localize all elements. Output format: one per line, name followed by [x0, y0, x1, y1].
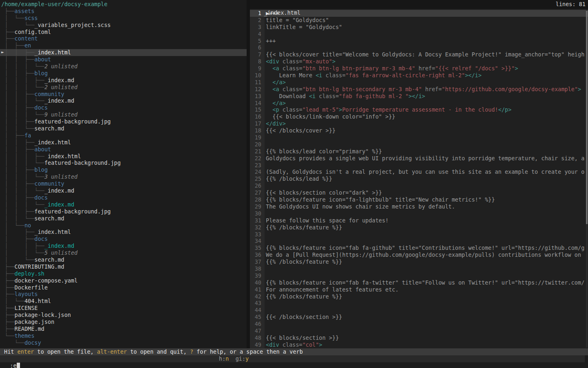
line-number: 25 — [250, 175, 265, 182]
code-line: 43 — [250, 300, 588, 307]
code-line: 31Please follow this space for updates! — [250, 217, 588, 224]
tree-row[interactable]: │ │ │ ├──_index.md — [0, 77, 247, 84]
preview-header: _index.html lines: 81 — [250, 0, 588, 9]
line-number: 26 — [250, 182, 265, 189]
tree-entry-name: 404.html — [24, 298, 51, 304]
tree-row[interactable]: │ │ ├──_index.html — [0, 139, 247, 146]
tree-entry-name: docsy — [24, 339, 41, 346]
line-number: 44 — [250, 307, 265, 314]
line-number: 31 — [250, 217, 265, 224]
tree-row[interactable]: │ │ │ └──2 unlisted — [0, 63, 247, 70]
preview-pane: _index.html lines: 81 1▶+++2title = "Gol… — [250, 0, 588, 348]
tree-row[interactable]: │ │ │ └──featured-background.jpg — [0, 159, 247, 166]
root-path: /home/example-user/docsy-example — [0, 1, 247, 8]
tree-entry-name: search.md — [34, 256, 64, 263]
tree-row[interactable]: │ │ ├──_index.md — [0, 242, 247, 249]
tree-row[interactable]: │ │ │ ├──_index.html — [0, 153, 247, 160]
tree-row[interactable]: │ ├──en — [0, 42, 247, 49]
code-line: 47 — [250, 328, 588, 334]
line-content — [265, 182, 588, 189]
line-content: <div class="mx-auto"> — [265, 58, 588, 65]
code-line: 45{{< /blocks/section >}} — [250, 314, 588, 321]
tree-entry-name: _index.md — [45, 77, 74, 83]
line-number: 34 — [250, 238, 265, 245]
preview-filename: _index.html — [264, 9, 301, 16]
tree-row[interactable]: │ │ │ └──_index.md — [0, 187, 247, 194]
tree-row[interactable]: ├──CONTRIBUTING.md — [0, 263, 247, 270]
tree-row[interactable]: └──themes — [0, 332, 247, 339]
tree-row[interactable]: │ ├──docs — [0, 236, 247, 242]
code-line: 8<div class="mx-auto"> — [250, 58, 588, 65]
tree-entry-name: README.md — [15, 325, 45, 332]
scrollbar-thumb[interactable] — [586, 11, 588, 224]
tree-row[interactable]: │ │ │ └──_index.md — [0, 201, 247, 208]
code-line: 29The Goldydocs UI now shows chair size … — [250, 203, 588, 210]
tree-row[interactable]: │ │ ├──featured-background.jpg — [0, 118, 247, 125]
line-number: 30 — [250, 210, 265, 217]
tree-row[interactable]: ├──LICENSE — [0, 305, 247, 312]
code-line: 38 — [250, 265, 588, 272]
line-content: {{< /blocks/section >}} — [265, 314, 588, 321]
tree-branch-lines: │ │ │ ├── — [1, 153, 45, 159]
tree-row[interactable]: ├──assets — [0, 8, 247, 15]
line-number: 48 — [250, 334, 265, 341]
code-line: 39 — [250, 272, 588, 279]
tree-row[interactable]: ├──README.md — [0, 325, 247, 332]
tree-row[interactable]: │ │ ├──featured-background.jpg — [0, 208, 247, 215]
tree-row[interactable]: │ │ ├──docs — [0, 194, 247, 201]
tree-branch-lines: │ │ ├── — [1, 49, 34, 56]
tree-entry-name: featured-background.jpg — [34, 118, 111, 125]
tree-row[interactable]: │ │ └──search.md — [0, 125, 247, 132]
tree-row[interactable]: │ │ ├──community — [0, 180, 247, 187]
tree-branch-lines: │ │ ├── — [1, 166, 34, 173]
line-number: 39 — [250, 272, 265, 279]
code-line: 11 </a> — [250, 79, 588, 86]
tree-row[interactable]: │ │ │ └──_index.md — [0, 97, 247, 104]
tree-row[interactable]: ├──layouts — [0, 291, 247, 298]
verb-input[interactable]: :e — [7, 362, 20, 368]
tree-row[interactable]: │ └──no — [0, 222, 247, 229]
preview-scrollbar[interactable] — [586, 10, 588, 348]
tree-row[interactable]: └──docsy — [0, 339, 247, 346]
tree-row[interactable]: ├──package-lock.json — [0, 312, 247, 319]
tree-row[interactable]: │ │ ├──blog — [0, 70, 247, 77]
line-number: 20 — [250, 141, 265, 148]
tree-row[interactable]: │ │ │ └──2 unlisted — [0, 84, 247, 91]
tree-row[interactable]: │ └──_variables_project.scss — [0, 22, 247, 29]
code-line: 20 — [250, 141, 588, 148]
tree-row[interactable]: │ │ ├──docs — [0, 104, 247, 111]
tree-row[interactable]: │ │ │ └──9 unlisted — [0, 111, 247, 118]
tree-row[interactable]: │ │ ├──about — [0, 146, 247, 153]
tree-row[interactable]: │ │ ├──blog — [0, 166, 247, 173]
code-line: 15 <p class="lead mt-5">Porridge tempera… — [250, 106, 588, 113]
tree-row[interactable]: │ └──404.html — [0, 298, 247, 305]
line-number: 19 — [250, 134, 265, 141]
tree-row[interactable]: ├──docker-compose.yaml — [0, 277, 247, 284]
tree-row[interactable]: │ │ └──5 unlisted — [0, 249, 247, 256]
tree-row[interactable]: │ │ └──search.md — [0, 215, 247, 222]
tree-row[interactable]: ├──package.json — [0, 319, 247, 325]
line-number: 16 — [250, 113, 265, 120]
tree-branch-lines: ├── — [1, 270, 15, 277]
tree-branch-lines: │ ├── — [1, 42, 24, 49]
status-text: Hit — [4, 348, 18, 355]
tree-row[interactable]: │ └──scss — [0, 15, 247, 22]
tree-row[interactable]: ├──Dockerfile — [0, 284, 247, 291]
line-number: 29 — [250, 203, 265, 210]
tree-row[interactable]: │ │ ├──community — [0, 91, 247, 98]
tree-row[interactable]: ├──deploy.sh — [0, 270, 247, 277]
tree-branch-lines: │ │ ├── — [1, 242, 45, 249]
line-content: {{< blocks/link-down color="info" >}} — [265, 113, 588, 120]
tree-entry-name: 2 unlisted — [45, 84, 78, 90]
tree-entry-name: _index.html — [45, 153, 81, 159]
tree-row[interactable]: │ │ ├──about — [0, 56, 247, 63]
tree-row[interactable]: ├──config.toml — [0, 29, 247, 36]
tree-row-selected[interactable]: ► │ │ ├──_index.html — [0, 49, 247, 56]
tree-row[interactable]: │ ├──_index.html — [0, 229, 247, 236]
tree-row[interactable]: │ ├──fa — [0, 132, 247, 139]
tree-entry-name: LICENSE — [15, 305, 38, 311]
tree-row[interactable]: │ │ │ └──3 unlisted — [0, 173, 247, 180]
line-content: ▶+++ — [265, 10, 588, 17]
tree-row[interactable]: │ └──search.md — [0, 256, 247, 263]
tree-row[interactable]: ├──content — [0, 35, 247, 42]
